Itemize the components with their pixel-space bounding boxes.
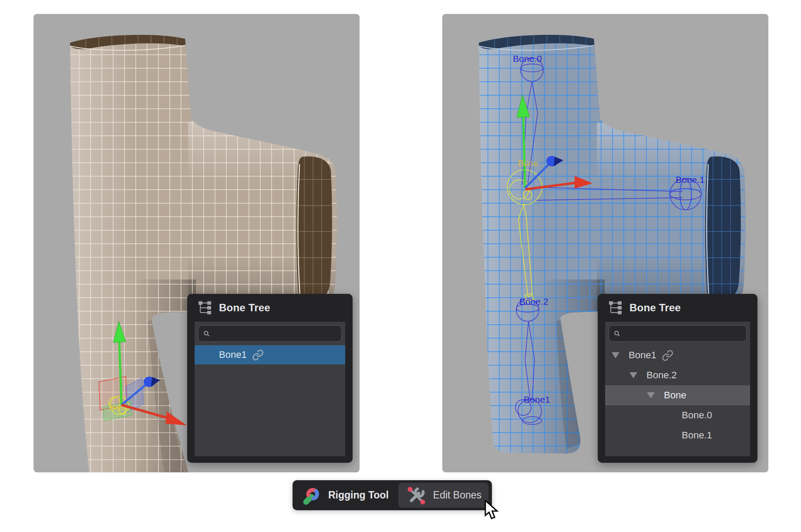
link-icon — [662, 350, 673, 361]
mouse-cursor — [484, 500, 501, 520]
panel-header: Bone Tree — [598, 294, 757, 322]
viewport-right[interactable]: Bone.0 Bone Bone.1 Bone.2 Bone1 Bone Tre… — [442, 14, 768, 472]
expand-triangle-icon[interactable] — [647, 392, 655, 398]
bone-label-bone1-arm: Bone.1 — [676, 175, 705, 185]
edit-bones-button[interactable]: Edit Bones — [398, 483, 488, 508]
tree-row-bone2[interactable]: Bone.2 — [605, 365, 750, 385]
bone-label-bone2: Bone.2 — [519, 296, 549, 306]
tree-hierarchy-icon — [198, 301, 212, 315]
bone-tree-list: Bone1 — [195, 322, 345, 456]
tree-hierarchy-icon — [608, 301, 623, 315]
tool-switcher-toolbar: Rigging Tool Edit Bones — [293, 480, 492, 510]
rigging-tool-button[interactable]: Rigging Tool — [295, 483, 396, 508]
bone-label-bone0: Bone.0 — [513, 54, 542, 64]
magnifier-icon — [614, 330, 620, 337]
tree-row-bone0-child[interactable]: Bone.0 — [605, 405, 750, 425]
bone-tree-list: Bone1 Bone.2 Bone Bone.0 — [605, 322, 750, 456]
bone-label-bone: Bone — [518, 158, 538, 168]
tree-row-bone1[interactable]: Bone1 — [195, 345, 345, 364]
search-input[interactable] — [624, 329, 741, 339]
bone-tree-panel-right: Bone Tree Bone1 — [598, 294, 757, 463]
tree-row-bone1-child[interactable]: Bone.1 — [605, 425, 750, 445]
bone-label-bone1-root: Bone1 — [524, 394, 550, 404]
tree-row-bone[interactable]: Bone — [605, 385, 750, 405]
edit-bones-icon — [405, 485, 427, 506]
bone-tree-panel-left: Bone Tree Bone1 — [187, 294, 353, 463]
panel-header: Bone Tree — [187, 294, 353, 322]
magnifier-icon — [203, 330, 210, 337]
rigging-tool-icon — [302, 485, 322, 505]
panel-title: Bone Tree — [219, 302, 270, 314]
arm-opening — [296, 156, 332, 302]
search-input[interactable] — [213, 329, 337, 339]
search-box[interactable] — [609, 325, 747, 342]
tree-row-bone1[interactable]: Bone1 — [605, 345, 750, 365]
panel-title: Bone Tree — [629, 302, 681, 314]
arm-opening — [705, 156, 741, 302]
link-icon — [252, 349, 264, 361]
expand-triangle-icon[interactable] — [612, 352, 619, 358]
search-box[interactable] — [198, 325, 342, 342]
expand-triangle-icon[interactable] — [629, 372, 637, 378]
viewport-left[interactable]: Bone1 — [34, 14, 360, 472]
